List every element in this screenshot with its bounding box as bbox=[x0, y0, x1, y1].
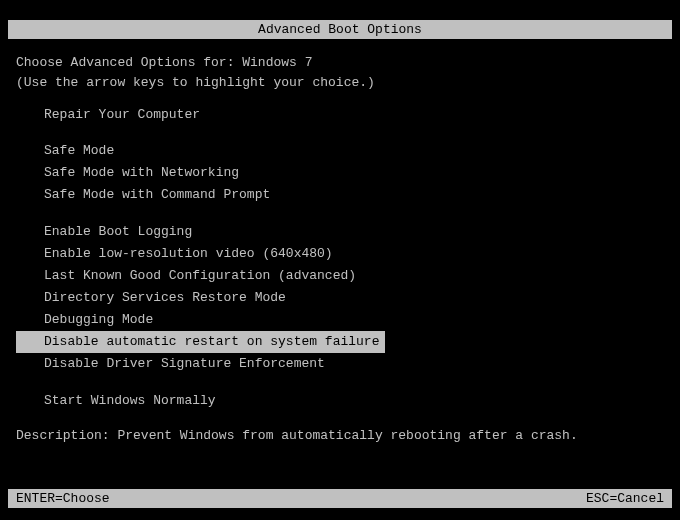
menu-group-normal: Start Windows Normally bbox=[16, 390, 664, 412]
menu-item-repair-computer[interactable]: Repair Your Computer bbox=[16, 104, 664, 126]
menu-group-repair: Repair Your Computer bbox=[16, 104, 664, 126]
menu-item-start-normally[interactable]: Start Windows Normally bbox=[16, 390, 664, 412]
menu-item-safe-mode-command[interactable]: Safe Mode with Command Prompt bbox=[16, 184, 664, 206]
menu-item-low-res-video[interactable]: Enable low-resolution video (640x480) bbox=[16, 243, 664, 265]
menu-item-directory-services-restore[interactable]: Directory Services Restore Mode bbox=[16, 287, 664, 309]
title-bar: Advanced Boot Options bbox=[8, 20, 672, 39]
menu-item-safe-mode-networking[interactable]: Safe Mode with Networking bbox=[16, 162, 664, 184]
menu-item-boot-logging[interactable]: Enable Boot Logging bbox=[16, 221, 664, 243]
instruction-line-1: Choose Advanced Options for: Windows 7 bbox=[16, 53, 664, 73]
menu-group-advanced: Enable Boot Logging Enable low-resolutio… bbox=[16, 221, 664, 376]
instruction-line-2: (Use the arrow keys to highlight your ch… bbox=[16, 73, 664, 93]
menu-group-safemode: Safe Mode Safe Mode with Networking Safe… bbox=[16, 140, 664, 206]
footer-bar: ENTER=Choose ESC=Cancel bbox=[8, 489, 672, 508]
description-block: Description: Prevent Windows from automa… bbox=[0, 426, 680, 446]
instruction-block: Choose Advanced Options for: Windows 7 (… bbox=[0, 53, 680, 92]
description-text: Prevent Windows from automatically reboo… bbox=[117, 428, 577, 443]
footer-enter-hint: ENTER=Choose bbox=[16, 491, 110, 506]
boot-menu[interactable]: Repair Your Computer Safe Mode Safe Mode… bbox=[0, 104, 680, 412]
menu-item-disable-driver-signature[interactable]: Disable Driver Signature Enforcement bbox=[16, 353, 664, 375]
menu-item-debugging-mode[interactable]: Debugging Mode bbox=[16, 309, 664, 331]
menu-item-disable-auto-restart[interactable]: Disable automatic restart on system fail… bbox=[16, 331, 385, 353]
menu-item-safe-mode[interactable]: Safe Mode bbox=[16, 140, 664, 162]
page-title: Advanced Boot Options bbox=[258, 22, 422, 37]
description-label: Description: bbox=[16, 428, 110, 443]
menu-item-last-known-good[interactable]: Last Known Good Configuration (advanced) bbox=[16, 265, 664, 287]
footer-esc-hint: ESC=Cancel bbox=[586, 491, 664, 506]
